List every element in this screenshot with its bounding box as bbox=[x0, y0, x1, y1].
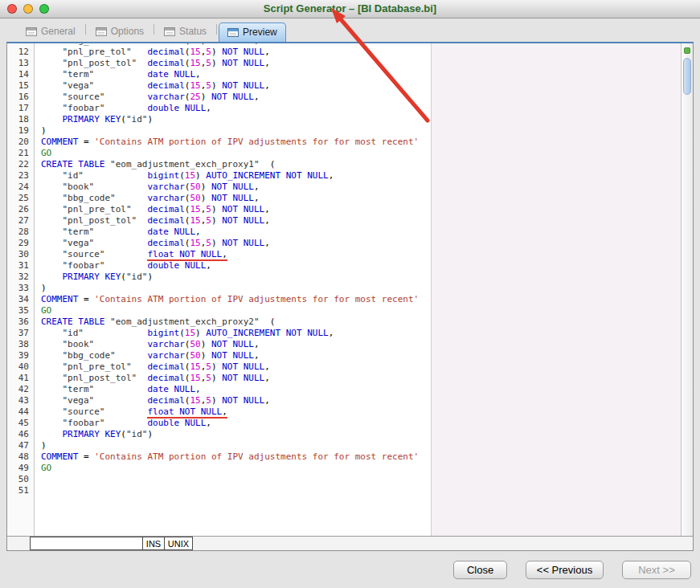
tab-preview[interactable]: Preview bbox=[219, 22, 286, 42]
close-button[interactable]: Close bbox=[453, 561, 507, 579]
code-line[interactable] bbox=[41, 474, 681, 485]
code-line[interactable]: "term" date NULL, bbox=[41, 384, 681, 395]
code-line[interactable]: GO bbox=[41, 148, 681, 159]
line-number: 15 bbox=[7, 80, 29, 92]
code-line[interactable]: "vega" decimal(15,5) NOT NULL, bbox=[41, 395, 681, 406]
code-line[interactable]: CREATE TABLE "eom_adjustment_exch_proxy2… bbox=[41, 316, 681, 328]
line-number: 32 bbox=[7, 272, 29, 283]
minimize-window-button[interactable] bbox=[23, 4, 33, 14]
code-line[interactable]: GO bbox=[41, 463, 681, 474]
line-number: 26 bbox=[7, 204, 29, 215]
code-line[interactable]: "id" bigint(15) AUTO_INCREMENT NOT NULL, bbox=[41, 170, 681, 182]
code-line[interactable]: "term" date NULL, bbox=[41, 227, 681, 238]
code-line[interactable]: "book" varchar(50) NOT NULL, bbox=[41, 339, 681, 350]
vertical-scrollbar[interactable] bbox=[681, 43, 693, 536]
next-button[interactable]: Next >> bbox=[622, 561, 691, 579]
line-number: 18 bbox=[7, 114, 29, 125]
code-line[interactable]: ) bbox=[41, 125, 681, 137]
form-icon bbox=[164, 27, 175, 36]
code-line[interactable]: "source" float NOT NULL, bbox=[41, 249, 681, 260]
code-line[interactable]: "pnl_pre_tol" decimal(15,5) NOT NULL, bbox=[41, 361, 681, 373]
status-message-cell bbox=[30, 537, 143, 550]
code-line[interactable]: "bbg_code" varchar(50) NOT NULL, bbox=[41, 350, 681, 361]
code-line[interactable]: "pnl_post_tol" decimal(15,5) NOT NULL, bbox=[41, 215, 681, 227]
tab-bar: General Options Status Preview bbox=[0, 18, 700, 42]
code-line[interactable]: "id" bigint(15) AUTO_INCREMENT NOT NULL, bbox=[41, 328, 681, 339]
code-line[interactable]: "vega" decimal(15,5) NOT NULL, bbox=[41, 80, 681, 92]
line-number: 28 bbox=[7, 227, 29, 238]
code-line[interactable]: PRIMARY KEY("id") bbox=[41, 429, 681, 440]
line-number: 16 bbox=[7, 92, 29, 103]
code-line[interactable]: "pnl_post_tol" decimal(15,5) NOT NULL, bbox=[41, 373, 681, 384]
previous-button[interactable]: << Previous bbox=[526, 561, 604, 579]
code-editor[interactable]: "bbg_code" varchar(50) NOT NULL, "pnl_pr… bbox=[35, 43, 681, 536]
code-line[interactable]: ) bbox=[41, 440, 681, 451]
tab-options[interactable]: Options bbox=[88, 22, 152, 42]
titlebar[interactable]: Script Generator – [BI Database.bi] bbox=[0, 0, 700, 18]
code-line[interactable]: "foobar" double NULL, bbox=[41, 103, 681, 114]
code-line[interactable]: "pnl_post_tol" decimal(15,5) NOT NULL, bbox=[41, 58, 681, 69]
tab-label: General bbox=[41, 26, 76, 37]
insert-mode-indicator: INS bbox=[142, 537, 165, 550]
line-number: 25 bbox=[7, 193, 29, 204]
line-number: 17 bbox=[7, 103, 29, 114]
line-ending-indicator: UNIX bbox=[164, 537, 193, 550]
code-line[interactable]: PRIMARY KEY("id") bbox=[41, 272, 681, 283]
form-icon bbox=[227, 28, 239, 37]
line-number: 12 bbox=[7, 47, 29, 58]
line-number: 27 bbox=[7, 215, 29, 227]
line-number-gutter: 1112131415161718192021222324252627282930… bbox=[7, 43, 35, 536]
code-line[interactable]: "vega" decimal(15,5) NOT NULL, bbox=[41, 238, 681, 249]
code-line[interactable]: "bbg_code" varchar(50) NOT NULL, bbox=[41, 193, 681, 204]
scrollbar-thumb[interactable] bbox=[683, 58, 691, 95]
line-number: 45 bbox=[7, 418, 29, 429]
line-number: 13 bbox=[7, 58, 29, 69]
code-line[interactable]: "foobar" double NULL, bbox=[41, 260, 681, 272]
line-number: 19 bbox=[7, 125, 29, 137]
line-numbers: 1112131415161718192021222324252627282930… bbox=[7, 43, 34, 496]
code-line[interactable] bbox=[41, 485, 681, 496]
code-line[interactable]: "pnl_pre_tol" decimal(15,5) NOT NULL, bbox=[41, 204, 681, 215]
editor-status-bar: INS UNIX bbox=[7, 536, 693, 550]
code-line[interactable]: ) bbox=[41, 283, 681, 294]
form-icon bbox=[26, 27, 37, 36]
line-number: 40 bbox=[7, 361, 29, 373]
code-line[interactable]: "foobar" double NULL, bbox=[41, 418, 681, 429]
line-number: 14 bbox=[7, 69, 29, 80]
tab-separator bbox=[154, 24, 154, 35]
code-line[interactable]: COMMENT = 'Contains ATM portion of IPV a… bbox=[41, 294, 681, 305]
line-number: 23 bbox=[7, 170, 29, 182]
line-number: 20 bbox=[7, 137, 29, 148]
zoom-window-button[interactable] bbox=[39, 4, 49, 14]
code-line[interactable]: GO bbox=[41, 305, 681, 316]
line-number: 51 bbox=[7, 485, 29, 496]
line-number: 41 bbox=[7, 373, 29, 384]
line-number: 33 bbox=[7, 283, 29, 294]
code-line[interactable]: "source" float NOT NULL, bbox=[41, 406, 681, 418]
tab-separator bbox=[216, 24, 217, 35]
line-number: 37 bbox=[7, 328, 29, 339]
close-window-button[interactable] bbox=[7, 4, 17, 14]
code-lines[interactable]: "bbg_code" varchar(50) NOT NULL, "pnl_pr… bbox=[35, 43, 681, 496]
tab-label: Options bbox=[111, 26, 144, 37]
line-number: 38 bbox=[7, 339, 29, 350]
tab-general[interactable]: General bbox=[18, 22, 84, 42]
code-line[interactable]: "pnl_pre_tol" decimal(15,5) NOT NULL, bbox=[41, 47, 681, 58]
line-number: 43 bbox=[7, 395, 29, 406]
code-line[interactable]: COMMENT = 'Contains ATM portion of IPV a… bbox=[41, 451, 681, 463]
line-number: 22 bbox=[7, 159, 29, 170]
code-line[interactable]: "term" date NULL, bbox=[41, 69, 681, 80]
code-line[interactable]: PRIMARY KEY("id") bbox=[41, 114, 681, 125]
code-line[interactable]: "source" varchar(25) NOT NULL, bbox=[41, 92, 681, 103]
line-number: 39 bbox=[7, 350, 29, 361]
code-line[interactable]: "book" varchar(50) NOT NULL, bbox=[41, 182, 681, 193]
window-title: Script Generator – [BI Database.bi] bbox=[0, 0, 700, 18]
line-number: 46 bbox=[7, 429, 29, 440]
app-window: Script Generator – [BI Database.bi] Gene… bbox=[0, 0, 700, 42]
tab-status[interactable]: Status bbox=[156, 22, 215, 42]
line-number: 34 bbox=[7, 294, 29, 305]
code-line[interactable]: COMMENT = 'Contains ATM portion of IPV a… bbox=[41, 137, 681, 148]
code-line[interactable]: CREATE TABLE "eom_adjustment_exch_proxy1… bbox=[41, 159, 681, 170]
tab-label: Status bbox=[179, 26, 207, 37]
traffic-lights bbox=[7, 4, 49, 14]
